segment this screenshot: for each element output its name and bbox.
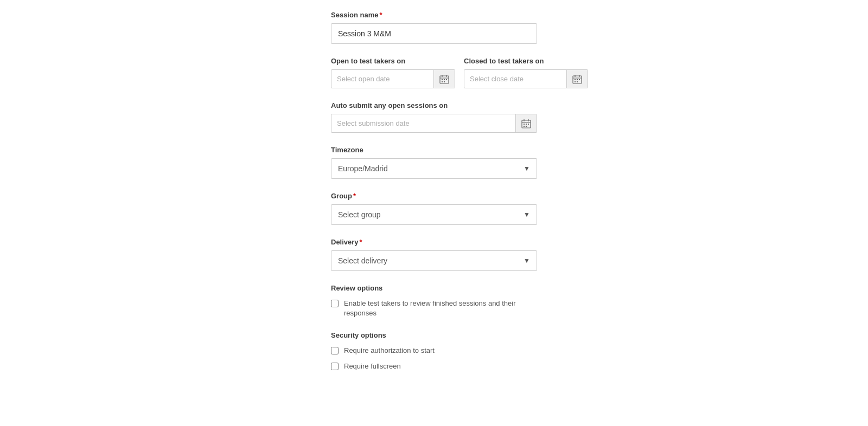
- form-container: Session name* Open to test takers on: [326, 11, 542, 415]
- timezone-select[interactable]: Europe/Madrid UTC America/New_York Ameri…: [331, 159, 537, 178]
- close-date-input[interactable]: [464, 70, 566, 88]
- date-section: Open to test takers on: [331, 57, 537, 88]
- submission-date-section: Auto submit any open sessions on: [331, 101, 537, 133]
- close-date-input-wrap: [464, 69, 588, 88]
- close-date-calendar-btn[interactable]: [566, 70, 588, 88]
- delivery-select-wrap: Select delivery ▼: [331, 250, 537, 271]
- session-name-input[interactable]: [331, 23, 537, 44]
- review-finished-text: Enable test takers to review finished se…: [344, 299, 537, 318]
- timezone-section: Timezone Europe/Madrid UTC America/New_Y…: [331, 146, 537, 179]
- require-auth-text: Require authorization to start: [344, 346, 435, 356]
- date-row: Open to test takers on: [331, 57, 537, 88]
- timezone-label: Timezone: [331, 146, 537, 154]
- security-options-section: Security options Require authorization t…: [331, 331, 537, 371]
- group-select-wrap: Select group ▼: [331, 204, 537, 225]
- open-date-input-wrap: [331, 69, 455, 88]
- svg-rect-16: [575, 81, 576, 82]
- svg-rect-17: [577, 81, 578, 82]
- svg-rect-24: [528, 124, 529, 125]
- calendar-icon: [439, 74, 449, 84]
- svg-rect-4: [442, 79, 443, 80]
- group-section: Group* Select group ▼: [331, 192, 537, 225]
- session-name-label: Session name*: [331, 11, 537, 19]
- review-finished-checkbox[interactable]: [331, 300, 339, 307]
- svg-rect-26: [526, 126, 527, 127]
- submission-date-input-wrap: [331, 114, 537, 133]
- svg-rect-5: [444, 79, 445, 80]
- review-options-section: Review options Enable test takers to rev…: [331, 284, 537, 318]
- delivery-label: Delivery*: [331, 238, 537, 246]
- svg-rect-22: [524, 124, 525, 125]
- open-date-calendar-btn[interactable]: [433, 70, 455, 88]
- delivery-select[interactable]: Select delivery: [331, 251, 537, 270]
- svg-rect-7: [442, 81, 443, 82]
- review-finished-checkbox-label[interactable]: Enable test takers to review finished se…: [331, 299, 537, 318]
- svg-rect-15: [579, 79, 580, 80]
- delivery-section: Delivery* Select delivery ▼: [331, 238, 537, 271]
- svg-rect-8: [444, 81, 445, 82]
- required-star: *: [379, 11, 382, 19]
- group-required-star: *: [353, 192, 356, 200]
- submission-date-input[interactable]: [331, 114, 515, 132]
- close-date-label: Closed to test takers on: [464, 57, 588, 65]
- require-auth-checkbox[interactable]: [331, 347, 339, 354]
- submission-date-label: Auto submit any open sessions on: [331, 101, 537, 109]
- require-auth-checkbox-label[interactable]: Require authorization to start: [331, 346, 537, 356]
- require-fullscreen-checkbox-label[interactable]: Require fullscreen: [331, 362, 537, 371]
- svg-rect-23: [526, 124, 527, 125]
- group-select[interactable]: Select group: [331, 205, 537, 224]
- calendar-icon-close: [572, 74, 582, 84]
- page-container: Session name* Open to test takers on: [0, 0, 868, 426]
- svg-rect-6: [446, 79, 447, 80]
- open-date-input[interactable]: [331, 70, 433, 88]
- require-fullscreen-checkbox[interactable]: [331, 363, 339, 370]
- close-date-field: Closed to test takers on: [464, 57, 588, 88]
- review-options-title: Review options: [331, 284, 537, 292]
- calendar-icon-submission: [521, 119, 531, 128]
- open-date-label: Open to test takers on: [331, 57, 455, 65]
- security-options-title: Security options: [331, 331, 537, 339]
- svg-rect-25: [524, 126, 525, 127]
- require-fullscreen-text: Require fullscreen: [344, 362, 401, 371]
- svg-rect-14: [577, 79, 578, 80]
- svg-rect-13: [575, 79, 576, 80]
- timezone-select-wrap: Europe/Madrid UTC America/New_York Ameri…: [331, 158, 537, 179]
- session-name-section: Session name*: [331, 11, 537, 44]
- delivery-required-star: *: [360, 238, 362, 246]
- group-label: Group*: [331, 192, 537, 200]
- submission-date-calendar-btn[interactable]: [515, 114, 537, 132]
- open-date-field: Open to test takers on: [331, 57, 455, 88]
